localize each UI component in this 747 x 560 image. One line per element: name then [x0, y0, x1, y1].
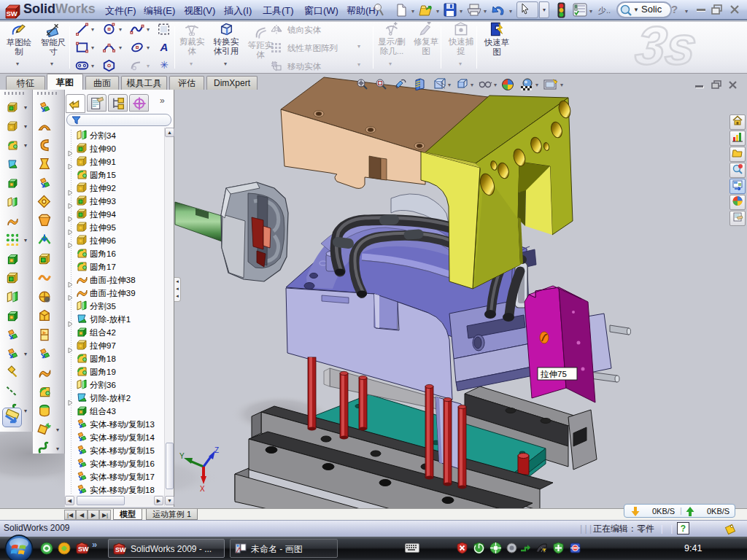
svg-text:!: ! — [543, 548, 543, 553]
svg-text:拉伸75: 拉伸75 — [540, 370, 567, 378]
svg-text:Z: Z — [214, 446, 219, 454]
svg-text:X: X — [200, 485, 205, 493]
svg-text:SW: SW — [115, 546, 126, 553]
svg-text:SW: SW — [78, 545, 89, 553]
svg-text:Y: Y — [179, 452, 185, 460]
